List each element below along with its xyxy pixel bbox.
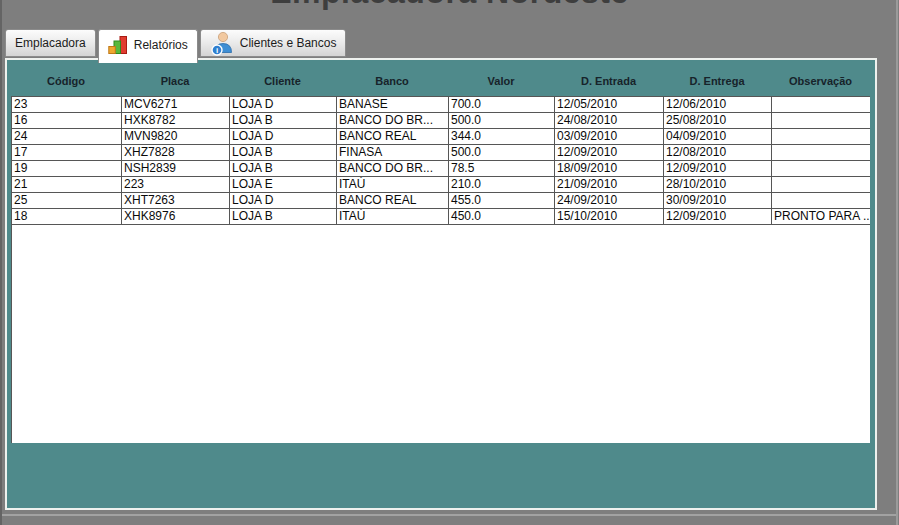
table-cell[interactable]: BANCO DO BR... (337, 161, 449, 177)
table-cell[interactable]: 12/09/2010 (664, 209, 772, 225)
table-cell[interactable]: 450.0 (449, 209, 555, 225)
table-cell[interactable]: LOJA B (230, 113, 337, 129)
table-cell[interactable]: 223 (122, 177, 230, 193)
table-cell[interactable]: MVN9820 (122, 129, 230, 145)
table-cell[interactable]: 30/09/2010 (664, 193, 772, 209)
table-cell[interactable]: LOJA D (230, 193, 337, 209)
table-cell[interactable]: 12/09/2010 (555, 145, 664, 161)
table-cell[interactable]: 344.0 (449, 129, 555, 145)
tab-label: Clientes e Bancos (240, 36, 337, 50)
tab-strip: Emplacadora Relatórios i Clientes e Banc… (5, 26, 346, 60)
table-cell[interactable]: 12/06/2010 (664, 97, 772, 113)
table-cell[interactable] (772, 193, 870, 209)
table-cell[interactable]: 23 (12, 97, 122, 113)
table-cell[interactable]: 24/09/2010 (555, 193, 664, 209)
grid-header-row: CódigoPlacaClienteBancoValorD. EntradaD.… (11, 66, 870, 96)
table-cell[interactable]: BANCO DO BR... (337, 113, 449, 129)
clients-icon: i (210, 31, 234, 56)
table-cell[interactable]: XHK8976 (122, 209, 230, 225)
window-left-edge (0, 0, 2, 525)
table-cell[interactable]: 17 (12, 145, 122, 161)
table-cell[interactable]: 210.0 (449, 177, 555, 193)
table-cell[interactable]: 12/08/2010 (664, 145, 772, 161)
column-header[interactable]: Valor (448, 66, 554, 96)
table-cell[interactable]: 04/09/2010 (664, 129, 772, 145)
table-cell[interactable]: 16 (12, 113, 122, 129)
table-cell[interactable]: 25 (12, 193, 122, 209)
column-header[interactable]: Placa (121, 66, 229, 96)
records-grid: CódigoPlacaClienteBancoValorD. EntradaD.… (11, 66, 870, 443)
table-cell[interactable]: BANCO REAL (337, 129, 449, 145)
table-cell[interactable] (772, 145, 870, 161)
table-cell[interactable]: LOJA D (230, 129, 337, 145)
column-header[interactable]: D. Entrada (554, 66, 663, 96)
table-cell[interactable]: ITAÚ (337, 177, 449, 193)
table-cell[interactable]: LOJA B (230, 209, 337, 225)
table-cell[interactable] (772, 129, 870, 145)
table-row[interactable]: 25XHT7263LOJA DBANCO REAL455.024/09/2010… (12, 193, 870, 209)
table-cell[interactable]: 700.0 (449, 97, 555, 113)
table-cell[interactable]: 21 (12, 177, 122, 193)
table-cell[interactable]: 12/05/2010 (555, 97, 664, 113)
table-cell[interactable]: XHZ7828 (122, 145, 230, 161)
table-cell[interactable]: 500.0 (449, 113, 555, 129)
table-cell[interactable]: LOJA E (230, 177, 337, 193)
table-cell[interactable] (772, 97, 870, 113)
table-cell[interactable] (772, 177, 870, 193)
column-header[interactable]: Banco (336, 66, 448, 96)
tab-emplacadora[interactable]: Emplacadora (5, 29, 96, 57)
table-cell[interactable]: 12/09/2010 (664, 161, 772, 177)
table-cell[interactable]: 15/10/2010 (555, 209, 664, 225)
table-cell[interactable]: 18/09/2010 (555, 161, 664, 177)
table-cell[interactable]: MCV6271 (122, 97, 230, 113)
app-title: Emplacadora Nordeste (0, 0, 899, 11)
table-cell[interactable]: NSH2839 (122, 161, 230, 177)
table-cell[interactable]: BANASE (337, 97, 449, 113)
table-cell[interactable]: 21/09/2010 (555, 177, 664, 193)
table-row[interactable]: 16HXK8782LOJA BBANCO DO BR...500.024/08/… (12, 113, 870, 129)
svg-text:i: i (216, 46, 218, 55)
table-cell[interactable]: HXK8782 (122, 113, 230, 129)
table-cell[interactable]: ITAÚ (337, 209, 449, 225)
table-cell[interactable]: 19 (12, 161, 122, 177)
table-cell[interactable]: LOJA B (230, 145, 337, 161)
tab-clientes-bancos[interactable]: i Clientes e Bancos (200, 29, 347, 57)
table-row[interactable]: 21223LOJA EITAÚ210.021/09/201028/10/2010 (12, 177, 870, 193)
grid-body[interactable]: 23MCV6271LOJA DBANASE700.012/05/201012/0… (11, 96, 870, 443)
table-cell[interactable]: 03/09/2010 (555, 129, 664, 145)
table-cell[interactable]: 455.0 (449, 193, 555, 209)
table-cell[interactable]: 28/10/2010 (664, 177, 772, 193)
table-cell[interactable]: BANCO REAL (337, 193, 449, 209)
table-cell[interactable]: LOJA B (230, 161, 337, 177)
table-cell[interactable]: 78.5 (449, 161, 555, 177)
table-cell[interactable]: 24 (12, 129, 122, 145)
table-cell[interactable]: 18 (12, 209, 122, 225)
tab-label: Relatórios (134, 38, 188, 52)
table-cell[interactable]: XHT7263 (122, 193, 230, 209)
table-row[interactable]: 17XHZ7828LOJA BFINASA500.012/09/201012/0… (12, 145, 870, 161)
column-header[interactable]: Cliente (229, 66, 336, 96)
table-cell[interactable]: 25/08/2010 (664, 113, 772, 129)
column-header[interactable]: Código (11, 66, 121, 96)
table-row[interactable]: 18XHK8976LOJA BITAÚ450.015/10/201012/09/… (12, 209, 870, 225)
table-cell[interactable]: LOJA D (230, 97, 337, 113)
table-cell[interactable]: 24/08/2010 (555, 113, 664, 129)
tab-page-relatorios: CódigoPlacaClienteBancoValorD. EntradaD.… (5, 58, 877, 510)
column-header[interactable]: Observação (771, 66, 870, 96)
table-row[interactable]: 19NSH2839LOJA BBANCO DO BR...78.518/09/2… (12, 161, 870, 177)
tab-relatorios[interactable]: Relatórios (98, 29, 198, 63)
table-cell[interactable]: 500.0 (449, 145, 555, 161)
statusbar-divider (2, 514, 896, 516)
window-right-edge (896, 0, 898, 525)
column-header[interactable]: D. Entrega (663, 66, 771, 96)
table-cell[interactable]: PRONTO PARA ... (772, 209, 870, 225)
table-cell[interactable]: FINASA (337, 145, 449, 161)
table-cell[interactable] (772, 113, 870, 129)
table-row[interactable]: 23MCV6271LOJA DBANASE700.012/05/201012/0… (12, 97, 870, 113)
bar-chart-icon (108, 35, 128, 55)
tab-label: Emplacadora (15, 36, 86, 50)
table-row[interactable]: 24MVN9820LOJA DBANCO REAL344.003/09/2010… (12, 129, 870, 145)
table-cell[interactable] (772, 161, 870, 177)
